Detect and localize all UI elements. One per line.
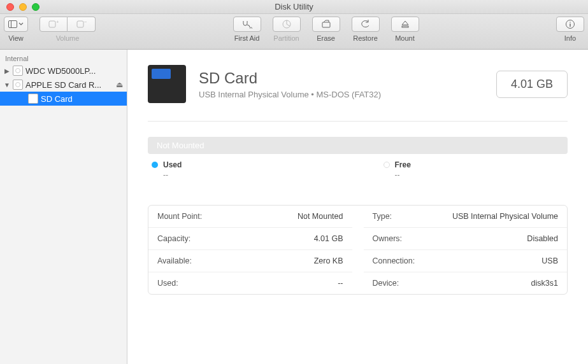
partition-button[interactable] (273, 17, 301, 32)
sidebar-item-apple-sd-reader[interactable]: ▼ APPLE SD Card R... ⏏ (0, 78, 127, 92)
svg-rect-7 (322, 22, 330, 27)
restore-label: Restore (353, 34, 378, 42)
svg-rect-11 (570, 24, 570, 27)
disclosure-down-icon[interactable]: ▼ (4, 81, 10, 88)
window-close-button[interactable] (6, 3, 14, 11)
info-row: Capacity:4.01 GB (148, 228, 352, 250)
info-value: USB (541, 256, 558, 265)
view-menu-button[interactable] (4, 17, 28, 32)
pie-icon (282, 19, 292, 29)
info-key: Used: (157, 279, 178, 288)
sidebar: Internal ▶ WDC WD5000LP... ▼ APPLE SD Ca… (0, 50, 127, 364)
add-volume-button[interactable]: + (39, 17, 68, 32)
info-row: Device:disk3s1 (364, 272, 568, 294)
svg-text:−: − (84, 20, 87, 25)
info-key: Available: (157, 256, 192, 265)
volume-minus-icon: − (76, 20, 87, 29)
view-label: View (8, 34, 24, 42)
info-button[interactable] (556, 17, 584, 32)
svg-point-10 (570, 22, 571, 23)
free-value: -- (395, 171, 564, 179)
hdd-icon (13, 66, 23, 76)
titlebar: Disk Utility (0, 0, 588, 14)
mount-status-bar: Not Mounted (148, 137, 568, 154)
sd-icon (28, 94, 38, 104)
volume-size: 4.01 GB (496, 71, 568, 98)
usage-legend: Used -- Free -- (148, 160, 568, 179)
restore-button[interactable] (352, 17, 380, 32)
restore-icon (361, 20, 371, 29)
sidebar-item-label: SD Card (41, 94, 73, 104)
remove-volume-button[interactable]: − (68, 17, 96, 32)
window-title: Disk Utility (0, 2, 588, 11)
svg-text:+: + (56, 20, 59, 25)
info-table: Mount Point:Not MountedCapacity:4.01 GBA… (148, 205, 568, 295)
info-label: Info (564, 34, 576, 42)
sidebar-icon (8, 20, 17, 28)
divider (148, 121, 568, 122)
used-value: -- (163, 171, 333, 179)
volume-name: SD Card (199, 69, 484, 87)
first-aid-button[interactable] (233, 17, 261, 32)
svg-rect-0 (9, 21, 17, 28)
info-value: 4.01 GB (314, 234, 343, 243)
free-label: Free (395, 160, 411, 169)
info-row: Connection:USB (364, 250, 568, 272)
sidebar-heading: Internal (0, 53, 127, 64)
info-key: Device: (373, 279, 399, 288)
used-dot-icon (152, 162, 158, 168)
disclosure-right-icon[interactable]: ▶ (4, 67, 10, 74)
eject-icon[interactable]: ⏏ (116, 80, 123, 89)
info-row: Available:Zero KB (148, 250, 352, 272)
partition-label: Partition (273, 34, 299, 42)
mount-label: Mount (395, 34, 415, 42)
info-value: -- (338, 279, 343, 288)
svg-rect-8 (402, 26, 408, 27)
info-key: Owners: (373, 234, 403, 243)
used-label: Used (163, 160, 182, 169)
erase-button[interactable] (312, 17, 340, 32)
window-minimize-button[interactable] (19, 3, 27, 11)
chevron-down-icon (18, 22, 24, 26)
info-value: USB Internal Physical Volume (452, 212, 558, 221)
first-aid-label: First Aid (234, 34, 260, 42)
hdd-icon (13, 80, 23, 90)
info-value: Zero KB (314, 256, 343, 265)
info-row: Owners:Disabled (364, 228, 568, 250)
info-value: Disabled (527, 234, 558, 243)
info-key: Connection: (373, 256, 415, 265)
free-dot-icon (384, 162, 390, 168)
content-pane: SD Card USB Internal Physical Volume • M… (127, 50, 588, 364)
erase-label: Erase (317, 34, 335, 42)
info-key: Capacity: (157, 234, 190, 243)
eject-icon (401, 20, 410, 29)
sidebar-item-wdc[interactable]: ▶ WDC WD5000LP... (0, 64, 127, 78)
sidebar-item-sdcard[interactable]: SD Card (0, 92, 127, 106)
volume-subtitle: USB Internal Physical Volume • MS-DOS (F… (199, 90, 484, 99)
info-row: Mount Point:Not Mounted (148, 206, 352, 228)
window-zoom-button[interactable] (32, 3, 39, 11)
svg-rect-4 (77, 21, 83, 27)
info-icon (565, 19, 575, 29)
info-value: Not Mounted (298, 212, 343, 221)
sidebar-item-label: APPLE SD Card R... (25, 80, 101, 90)
stethoscope-icon (241, 20, 253, 29)
info-row: Used:-- (148, 272, 352, 294)
volume-label: Volume (56, 34, 80, 42)
svg-rect-2 (49, 21, 55, 27)
volume-plus-icon: + (48, 20, 59, 29)
sidebar-item-label: WDC WD5000LP... (25, 66, 96, 76)
mount-button[interactable] (391, 17, 419, 32)
volume-icon (148, 65, 186, 103)
info-value: disk3s1 (531, 279, 558, 288)
info-key: Type: (373, 212, 392, 221)
erase-icon (321, 20, 331, 29)
info-row: Type:USB Internal Physical Volume (364, 206, 568, 228)
info-key: Mount Point: (157, 212, 202, 221)
toolbar: View + − Volume First Aid Partition Eras… (0, 14, 588, 50)
